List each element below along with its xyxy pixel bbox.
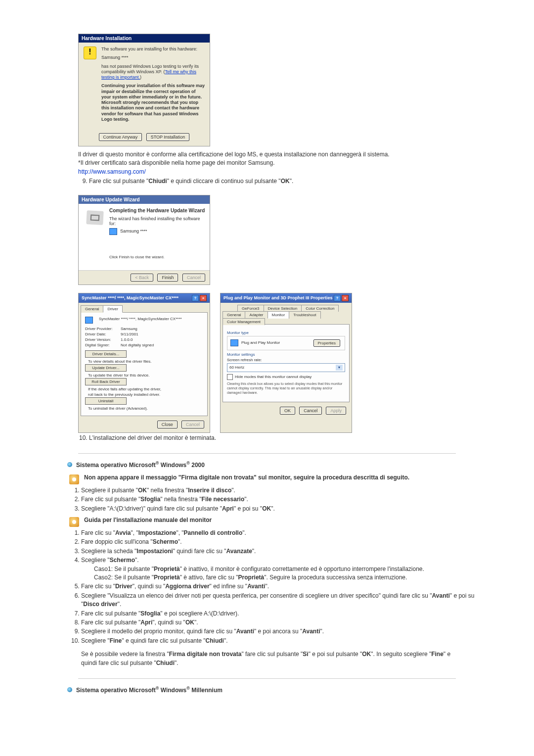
os-me-header: Sistema operativo Microsoft® Windows® Mi… bbox=[67, 686, 476, 694]
wizard-content: Completing the Hardware Update Wizard Th… bbox=[107, 208, 206, 267]
monitor-props-title: Plug and Play Monitor and 3D Prophet III… bbox=[221, 293, 352, 303]
hide-modes-checkbox-row[interactable]: Hide modes that this monitor cannot disp… bbox=[227, 374, 345, 380]
list-item: Fare clic sul pulsante "Sfoglia" nella f… bbox=[81, 495, 476, 504]
help-icon[interactable]: ? bbox=[192, 295, 199, 301]
tab-general[interactable]: General bbox=[222, 311, 245, 319]
stop-installation-button[interactable]: STOP Installation bbox=[146, 133, 190, 141]
gear-icon bbox=[69, 517, 79, 527]
gear-icon bbox=[69, 474, 79, 484]
monitor-settings-label: Monitor settings bbox=[227, 352, 345, 357]
chip-icon bbox=[86, 210, 103, 225]
hide-modes-note: Clearing this check box allows you to se… bbox=[227, 381, 345, 395]
list-item: Fare clic su "Driver", quindi su "Aggior… bbox=[81, 582, 476, 591]
monitor-icon bbox=[109, 228, 117, 235]
tab-troubleshoot[interactable]: Troubleshoot bbox=[289, 311, 320, 319]
os-2000-header: Sistema operativo Microsoft® Windows® 20… bbox=[67, 461, 476, 469]
step-10: L'installazione del driver del monitor è… bbox=[89, 434, 476, 442]
monitor-props-dialog: Plug and Play Monitor and 3D Prophet III… bbox=[220, 293, 352, 433]
dialog-title: Hardware Installation bbox=[79, 34, 210, 43]
hw-line2: has not passed Windows Logo testing to v… bbox=[101, 64, 205, 81]
close-icon[interactable]: × bbox=[342, 295, 349, 301]
device-name: SyncMaster ****/ ****, MagicSyncMaster C… bbox=[99, 317, 182, 321]
refresh-rate-dropdown[interactable]: 60 Hertz ▼ bbox=[227, 363, 345, 372]
monitor-tab-body: Monitor type Plug and Play Monitor Prope… bbox=[222, 325, 350, 402]
hw-device: Samsung **** bbox=[101, 55, 205, 60]
digital-signature-note: Non appena appare il messaggio "Firma di… bbox=[69, 473, 476, 484]
cancel-button: Cancel bbox=[181, 421, 204, 428]
bullet-ball-icon bbox=[67, 687, 72, 692]
os2000-steps-a: Scegliere il pulsante "OK" nella finestr… bbox=[70, 486, 476, 513]
warning-icon bbox=[84, 47, 96, 59]
list-item: Scegliere la scheda "Impostazioni" quind… bbox=[81, 547, 476, 556]
hardware-update-wizard-dialog: Hardware Update Wizard Completing the Ha… bbox=[78, 195, 210, 285]
step-9: Fare clic sul pulsante "Chiudi" e quindi… bbox=[89, 177, 476, 186]
manual-install-guide: Guida per l'installazione manuale del mo… bbox=[69, 516, 476, 527]
uninstall-driver-button[interactable]: Uninstall bbox=[85, 397, 127, 405]
tab-adapter[interactable]: Adapter bbox=[245, 311, 267, 319]
os2000-after-note: Se è possibile vedere la finestra "Firma… bbox=[81, 650, 467, 667]
tab-device-selection[interactable]: Device Selection bbox=[264, 305, 302, 312]
list-item: Scegliere "Fine" e quindi fare clic sul … bbox=[81, 637, 476, 645]
rollback-driver-button[interactable]: Roll Back Driver bbox=[85, 378, 127, 385]
monitor-icon bbox=[85, 317, 93, 324]
dialog-button-row: Continue Anyway STOP Installation bbox=[79, 130, 210, 146]
tab-monitor[interactable]: Monitor bbox=[267, 311, 290, 319]
list-item: Scegliere il pulsante "OK" nella finestr… bbox=[81, 486, 476, 495]
monitor-icon bbox=[230, 339, 238, 346]
checkbox-icon bbox=[227, 374, 233, 380]
driver-details-button[interactable]: Driver Details... bbox=[85, 350, 127, 358]
update-driver-button[interactable]: Update Driver... bbox=[85, 364, 127, 372]
list-item: Scegliere "Schermo". Caso1: Se il pulsan… bbox=[81, 556, 476, 582]
wizard-graphic bbox=[83, 208, 107, 267]
close-icon[interactable]: × bbox=[200, 295, 207, 301]
list-item: Scegliere il modello del proprio monitor… bbox=[81, 627, 476, 636]
dialog-content: The software you are installing for this… bbox=[101, 47, 205, 125]
wizard-finish-button[interactable]: Finish bbox=[157, 274, 178, 282]
hardware-install-dialog: Hardware Installation The software you a… bbox=[78, 34, 210, 146]
monitor-type-label: Monitor type bbox=[227, 331, 345, 335]
wizard-cancel-button: Cancel bbox=[182, 274, 205, 282]
step-list-9: Fare clic sul pulsante "Chiudi" e quindi… bbox=[78, 177, 476, 186]
continue-anyway-button[interactable]: Continue Anyway bbox=[99, 133, 142, 141]
os2000-steps-b: Fare clic su "Avvia", "Impostazione", "P… bbox=[70, 529, 476, 645]
syncmaster-title: SyncMaster ****/ ****, MagicSyncMaster C… bbox=[79, 293, 210, 303]
close-button[interactable]: Close bbox=[157, 421, 178, 428]
section-divider bbox=[78, 453, 456, 454]
cancel-button[interactable]: Cancel bbox=[299, 407, 322, 415]
tab-driver[interactable]: Driver bbox=[103, 305, 122, 313]
titlebar-icons: ?× bbox=[333, 295, 349, 301]
ok-button[interactable]: OK bbox=[280, 407, 295, 415]
hw-line1: The software you are installing for this… bbox=[101, 47, 205, 52]
apply-button: Apply bbox=[326, 407, 346, 415]
list-item: Fare clic su "Avvia", "Impostazione", "P… bbox=[81, 529, 476, 537]
list-item: Scegliere "Visualizza un elenco dei driv… bbox=[81, 592, 476, 609]
wizard-device: Samsung **** bbox=[120, 229, 147, 234]
wizard-hint: Click Finish to close the wizard. bbox=[109, 255, 206, 259]
list-item: Scegliere "A:\(D:\driver)" quindi fare c… bbox=[81, 505, 476, 513]
driver-tab-body: SyncMaster ****/ ****, MagicSyncMaster C… bbox=[81, 313, 208, 416]
tab-geforce3[interactable]: GeForce3 bbox=[237, 305, 264, 312]
help-icon[interactable]: ? bbox=[334, 295, 341, 301]
syncmaster-props-dialog: SyncMaster ****/ ****, MagicSyncMaster C… bbox=[78, 293, 210, 433]
hw-warning: Continuing your installation of this sof… bbox=[101, 83, 205, 122]
wizard-back-button: < Back bbox=[131, 274, 153, 282]
refresh-rate-label: Screen refresh rate: bbox=[227, 358, 345, 362]
list-item: Fare clic sul pulsante "Apri", quindi su… bbox=[81, 618, 476, 627]
wizard-title: Hardware Update Wizard bbox=[79, 195, 210, 204]
titlebar-icons: ?× bbox=[191, 295, 207, 301]
step-list-10: L'installazione del driver del monitor è… bbox=[78, 434, 476, 442]
tab-color-management[interactable]: Color Management bbox=[222, 318, 265, 325]
list-item: Fare clic sul pulsante "Sfoglia" e poi s… bbox=[81, 610, 476, 618]
body-paragraph-1: Il driver di questo monitor è conforme a… bbox=[78, 150, 476, 176]
tab-color-correction[interactable]: Color Correction bbox=[301, 305, 339, 312]
tab-general[interactable]: General bbox=[81, 305, 103, 313]
wizard-heading: Completing the Hardware Update Wizard bbox=[109, 208, 206, 213]
monitor-properties-button[interactable]: Properties bbox=[313, 339, 340, 347]
wizard-line1: The wizard has finished installing the s… bbox=[109, 216, 206, 226]
chevron-down-icon: ▼ bbox=[336, 365, 343, 371]
bullet-ball-icon bbox=[67, 462, 72, 467]
samsung-link[interactable]: http://www.samsung.com/ bbox=[78, 168, 146, 175]
section-divider bbox=[78, 678, 456, 679]
wizard-button-row: < Back Finish Cancel bbox=[79, 270, 210, 284]
list-item: Fare doppio clic sull'icona "Schermo". bbox=[81, 538, 476, 546]
